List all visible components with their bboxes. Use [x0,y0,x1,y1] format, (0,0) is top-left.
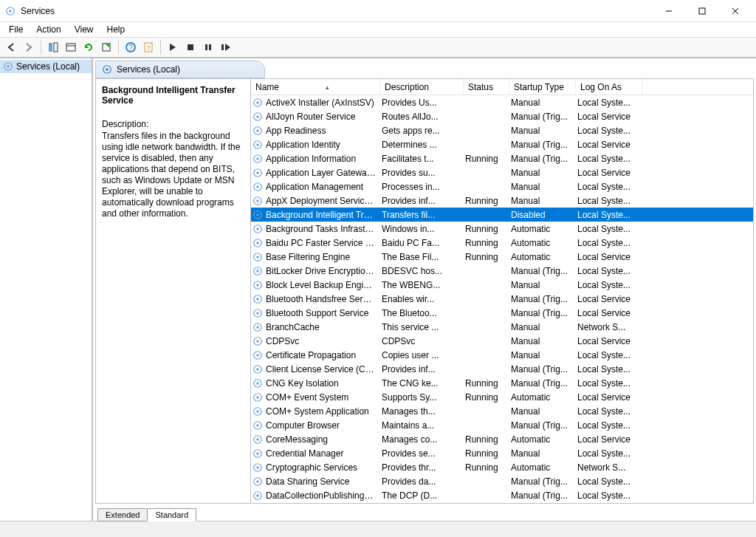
service-row[interactable]: AllJoyn Router ServiceRoutes AllJo...Man… [251,109,753,123]
service-row[interactable]: CDPSvcCDPSvcManualLocal Service [251,334,753,348]
service-row[interactable]: Cryptographic ServicesProvides thr...Run… [251,460,753,474]
service-row[interactable]: Background Intelligent Tran...Transfers … [251,208,753,222]
service-startup-cell: Manual (Trig... [509,154,576,164]
service-name-cell: Base Filtering Engine [264,252,380,262]
service-logon-cell: Local Syste... [576,490,642,501]
gear-icon [251,168,264,178]
service-row[interactable]: CNG Key IsolationThe CNG ke...RunningMan… [251,376,753,390]
col-startup[interactable]: Startup Type [509,79,576,95]
svg-point-30 [256,143,259,146]
maximize-button[interactable] [685,1,718,21]
service-startup-cell: Automatic [509,252,576,262]
service-status-cell: Running [464,196,509,206]
service-name-cell: ActiveX Installer (AxInstSV) [264,98,380,108]
service-rows-container[interactable]: ActiveX Installer (AxInstSV)Provides Us.… [251,95,753,503]
help-button[interactable]: ? [123,39,139,55]
gear-icon [251,224,264,234]
service-row[interactable]: BranchCacheThis service ...ManualNetwork… [251,320,753,334]
service-row[interactable]: Computer BrowserMaintains a...Manual (Tr… [251,418,753,432]
service-row[interactable]: BitLocker Drive Encryption ...BDESVC hos… [251,264,753,278]
services-app-icon [4,5,16,17]
tab-standard[interactable]: Standard [147,508,196,521]
service-row[interactable]: Certificate PropagationCopies user ...Ma… [251,348,753,362]
window-title: Services [21,6,652,16]
svg-point-70 [256,424,259,427]
pause-service-button[interactable] [200,39,216,55]
service-startup-cell: Manual [509,448,576,459]
nav-root-item[interactable]: Services (Local) [0,60,92,73]
service-row[interactable]: COM+ Event SystemSupports Sy...RunningAu… [251,390,753,404]
menu-view[interactable]: View [70,24,98,35]
service-row[interactable]: COM+ System ApplicationManages th...Manu… [251,404,753,418]
gear-icon [251,350,264,360]
col-logon[interactable]: Log On As [576,79,642,95]
service-row[interactable]: Bluetooth Handsfree ServiceEnables wir..… [251,292,753,306]
show-hide-tree-button[interactable] [45,39,61,55]
service-row[interactable]: Application ManagementProcesses in...Man… [251,179,753,194]
service-row[interactable]: Client License Service (ClipS...Provides… [251,362,753,376]
service-desc-cell: Provides Us... [380,98,464,108]
svg-point-54 [256,312,259,315]
svg-point-24 [256,101,259,104]
help2-button[interactable]: ? [140,39,157,55]
gear-icon [251,210,264,220]
service-desc-cell: Manages th... [380,406,464,417]
menu-file[interactable]: File [4,24,27,35]
close-button[interactable] [718,1,752,21]
service-desc-cell: Provides se... [380,448,464,459]
start-service-button[interactable] [165,39,181,55]
col-description[interactable]: Description [380,79,464,95]
export-button[interactable] [98,39,114,55]
service-name-cell: Certificate Propagation [264,350,380,360]
service-row[interactable]: ActiveX Installer (AxInstSV)Provides Us.… [251,95,753,109]
service-row[interactable]: CoreMessagingManages co...RunningAutomat… [251,432,753,446]
col-name[interactable]: Name▴ [251,79,380,95]
service-row[interactable]: Application InformationFacilitates t...R… [251,151,753,165]
service-row[interactable]: DataCollectionPublishingSe...The DCP (D.… [251,488,753,502]
svg-point-76 [256,466,259,469]
service-row[interactable]: Application IdentityDetermines ...Manual… [251,137,753,151]
service-name-cell: Cryptographic Services [264,462,380,473]
menu-help[interactable]: Help [103,24,130,35]
menu-action[interactable]: Action [32,24,65,35]
service-logon-cell: Local Syste... [576,266,642,276]
properties-button[interactable] [63,39,79,55]
service-desc-cell: Provides inf... [380,196,464,206]
service-desc-cell: Provides da... [380,476,464,487]
nav-tree[interactable]: Services (Local) [0,58,92,521]
service-logon-cell: Local Syste... [576,420,642,431]
service-row[interactable]: Application Layer Gateway ...Provides su… [251,165,753,179]
service-row[interactable]: App ReadinessGets apps re...ManualLocal … [251,123,753,137]
gear-icon [251,364,264,374]
refresh-button[interactable] [80,39,97,55]
services-list: Name▴ Description Status Startup Type Lo… [251,79,753,503]
service-status-cell: Running [464,378,509,389]
service-row[interactable]: Baidu PC Faster Service 5.1....Baidu PC … [251,236,753,250]
service-startup-cell: Manual [509,336,576,346]
forward-button[interactable] [21,39,37,55]
service-row[interactable]: Data Sharing ServiceProvides da...Manual… [251,474,753,488]
service-name-cell: Application Information [264,154,380,164]
service-row[interactable]: Background Tasks Infrastru...Windows in.… [251,222,753,236]
service-startup-cell: Manual [509,406,576,417]
service-row[interactable]: AppX Deployment Service (...Provides inf… [251,194,753,208]
service-row[interactable]: Base Filtering EngineThe Base Fil...Runn… [251,250,753,264]
stop-service-button[interactable] [182,39,199,55]
back-button[interactable] [3,39,19,55]
service-startup-cell: Manual [509,350,576,360]
tab-extended[interactable]: Extended [97,508,148,521]
service-row[interactable]: Bluetooth Support ServiceThe Bluetoo...M… [251,306,753,320]
service-desc-cell: The CNG ke... [380,378,464,389]
col-status[interactable]: Status [464,79,509,95]
restart-service-button[interactable] [218,39,234,55]
service-desc-cell: CDPSvc [380,336,464,346]
svg-rect-6 [49,43,52,52]
service-name-cell: COM+ Event System [264,392,380,403]
service-row[interactable]: Credential ManagerProvides se...RunningM… [251,446,753,460]
minimize-button[interactable] [652,1,685,21]
service-row[interactable]: Block Level Backup Engine ...The WBENG..… [251,278,753,292]
service-status-cell: Running [464,392,509,403]
service-logon-cell: Local Syste... [576,364,642,374]
service-logon-cell: Local Service [576,140,642,150]
service-name-cell: AppX Deployment Service (... [264,196,380,206]
